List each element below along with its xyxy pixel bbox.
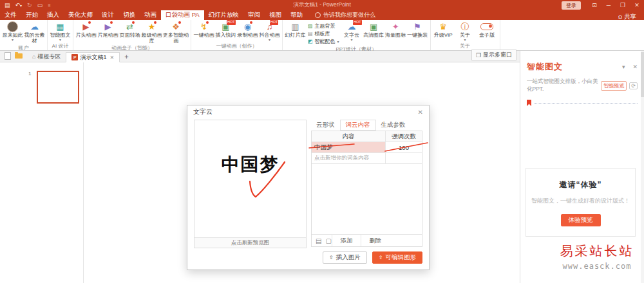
super-animation-library-button[interactable]: ★ 超级动画库 <box>141 21 162 44</box>
insert-image-button[interactable]: ⇧ 插入图片 <box>323 251 367 264</box>
restore-button[interactable]: ❐ <box>616 2 630 8</box>
tab-template-zone[interactable]: ⌂ 模板专区 <box>27 51 66 62</box>
ribbon-group-about: ♛ 升级VIP ⓘ 关于 ▾ 盒子版 关于 <box>431 20 500 50</box>
douyin-animation-button[interactable]: ♫HOT 抖音动画 ▾ <box>259 21 280 42</box>
share-button[interactable]: Ω 共享 <box>618 14 636 20</box>
open-folder-icon[interactable] <box>15 53 23 59</box>
one-key-restyle-button[interactable]: ⚑ 一键换装 <box>407 21 428 38</box>
word-cloud-icon: ☁HOT <box>348 21 356 32</box>
tab-file[interactable]: 文件 <box>0 10 21 20</box>
editable-shape-button[interactable]: ⇧ 可编辑图形 <box>372 251 422 264</box>
refresh-icon[interactable]: ⟳ <box>629 82 638 89</box>
ribbon-display-options-icon[interactable]: ⊡ <box>587 2 601 8</box>
table-row-placeholder[interactable]: 点击新增你的词条内容 <box>312 153 422 164</box>
intro-animation-button[interactable]: ▶ 片头动画 <box>75 21 97 38</box>
tab-home[interactable]: 开始 <box>21 10 43 20</box>
account-user-button[interactable]: 原来如此 ▾ <box>2 21 23 42</box>
insert-flash-button[interactable]: ▣HOT 插入快闪 <box>215 21 236 38</box>
box-version-button[interactable]: 盒子版 <box>477 21 498 38</box>
smart-graphics-icon: ▦ <box>56 21 64 32</box>
toggle-icon <box>480 23 493 30</box>
tab-document[interactable]: P 演示文稿1 ✕ <box>66 52 120 62</box>
panel-title: 智能图文 <box>527 61 563 73</box>
tab-help[interactable]: 帮助 <box>286 10 307 20</box>
more-smart-animation-button[interactable]: ❖ 更多智能动画 <box>163 21 189 44</box>
lightbulb-icon <box>315 12 321 18</box>
tab-insert[interactable]: 插入 <box>43 10 64 20</box>
tab-generate-params[interactable]: 生成参数 <box>376 120 411 130</box>
tab-transitions[interactable]: 切换 <box>118 10 140 20</box>
minimize-button[interactable]: ─ <box>601 2 616 8</box>
refresh-preview-button[interactable]: 点击刷新预览图 <box>194 237 306 248</box>
tab-cloud-content[interactable]: 词云内容 <box>340 120 376 131</box>
scrollbar-thumb[interactable] <box>641 52 644 97</box>
about-button[interactable]: ⓘ 关于 ▾ <box>455 21 476 42</box>
template-library-button[interactable]: ▤ 模板库 <box>308 30 339 37</box>
tab-review[interactable]: 审阅 <box>243 10 265 20</box>
redo-icon[interactable]: ↻ <box>27 2 32 8</box>
close-tab-icon[interactable]: ✕ <box>109 55 114 60</box>
word-cloud-preview: 中国梦 点击刷新预览图 <box>194 120 307 248</box>
save-icon[interactable]: ▤ <box>5 2 10 8</box>
tab-design[interactable]: 设计 <box>97 10 118 20</box>
table-row[interactable]: 中国梦 100 <box>312 142 422 153</box>
word-cell[interactable]: 中国梦 <box>312 142 385 152</box>
theme-background-button[interactable]: ▨ 主题背景 <box>308 23 339 30</box>
slide-thumbnail[interactable] <box>37 71 79 104</box>
edit-list-icon[interactable]: ▢ <box>325 237 331 244</box>
tab-animations[interactable]: 动画 <box>140 10 161 20</box>
smart-color-button[interactable]: ◩ 智能配色 ▾ <box>308 38 339 45</box>
customize-qat-icon[interactable]: ≡ <box>48 3 50 8</box>
tab-meihua-dashi[interactable]: 美化大师 <box>64 10 97 20</box>
record-animation-button[interactable]: ◉ 录制动画 <box>237 21 258 38</box>
smart-preview-button[interactable]: 智能预览 <box>601 81 627 91</box>
hd-image-library-button[interactable]: ▣ 高清图库 <box>363 21 384 38</box>
ribbon-group-label: AI 设计 <box>50 42 71 51</box>
panel-collapse-icon[interactable]: ▾ <box>622 64 625 70</box>
template-library-icon: ▤ <box>308 31 313 37</box>
undo-icon[interactable]: ↶▾ <box>15 2 23 8</box>
smart-graphics-panel: 智能图文 ▾ ✕ 一站式智能图文排版，小白美化PPT. 智能预览 ⟳ 邀请“体验… <box>520 51 644 283</box>
placeholder-cell[interactable]: 点击新增你的词条内容 <box>312 153 385 163</box>
slideshow-icon[interactable]: ▭ <box>37 2 43 8</box>
count-cell[interactable]: 100 <box>385 142 422 152</box>
slide-library-button[interactable]: ▥ 幻灯片库 <box>285 21 306 38</box>
tab-pocket-animation[interactable]: 口袋动画 PA <box>161 10 204 20</box>
ribbon-tab-bar: 文件 开始 插入 美化大师 设计 切换 动画 口袋动画 PA 幻灯片放映 审阅 … <box>0 10 644 20</box>
tab-view[interactable]: 视图 <box>265 10 286 20</box>
document-tab-bar: ⌂ 模板专区 P 演示文稿1 ✕ + ❐ 显示多窗口 <box>0 51 520 62</box>
upgrade-vip-button[interactable]: ♛ 升级VIP <box>433 21 454 38</box>
intro-animation-icon: ▶ <box>83 21 90 32</box>
new-file-icon[interactable] <box>5 52 11 60</box>
dotted-divider <box>535 103 638 104</box>
tab-slideshow[interactable]: 幻灯片放映 <box>204 10 244 20</box>
import-list-icon[interactable]: ▤ <box>316 237 321 244</box>
new-tab-button[interactable]: + <box>120 51 133 62</box>
smart-graphics-button[interactable]: ▦ 智能图文 ▾ <box>50 21 71 42</box>
tab-cloud-shape[interactable]: 云形状 <box>311 120 340 130</box>
add-button[interactable]: 添加 <box>332 235 361 246</box>
lightning-icon: ↯ <box>200 21 207 32</box>
panel-close-icon[interactable]: ✕ <box>632 64 638 70</box>
icons-icon: ✦ <box>392 21 399 32</box>
dialog-close-icon[interactable]: ✕ <box>418 109 423 116</box>
mass-icons-button[interactable]: ✦ 海量图标 <box>385 21 406 38</box>
experience-preview-button[interactable]: 体验预览 <box>561 214 601 226</box>
image-icon: ▣ <box>370 21 377 32</box>
my-cloud-assets-button[interactable]: ☁ 我的云素材 <box>24 21 45 44</box>
delete-button[interactable]: 删除 <box>361 235 390 246</box>
one-key-animation-button[interactable]: ↯ 一键动画 <box>193 21 214 38</box>
panel-scrollbar[interactable] <box>641 51 644 283</box>
login-button[interactable]: 登录 <box>562 1 581 10</box>
quick-access-toolbar: ▤ ↶▾ ↻ ▭ ≡ <box>5 2 50 8</box>
close-button[interactable]: ✕ <box>630 2 644 8</box>
page-transition-button[interactable]: ⇄ 页面转场 <box>119 21 140 38</box>
powerpoint-file-icon: P <box>71 54 78 60</box>
restyle-icon: ⚑ <box>413 21 421 32</box>
word-cloud-button[interactable]: ☁HOT 文字云 ▾ <box>341 21 363 42</box>
invite-card: 邀请“体验” 智能图文，一键生成好看的设计版式！ 体验预览 <box>526 168 636 237</box>
outro-animation-button[interactable]: ▶ 片尾动画 <box>97 21 118 38</box>
tell-me-box[interactable]: 告诉我你想要做什么 <box>315 10 375 20</box>
show-multiple-windows-button[interactable]: ❐ 显示多窗口 <box>471 50 516 60</box>
count-cell-empty[interactable] <box>385 153 422 163</box>
